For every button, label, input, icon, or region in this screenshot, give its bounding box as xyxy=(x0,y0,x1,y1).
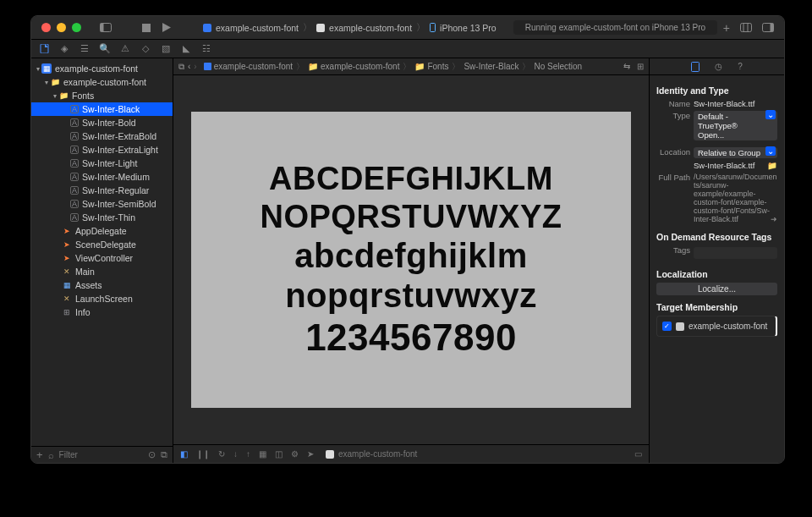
issue-navigator-icon[interactable]: ⚠ xyxy=(119,43,131,54)
tags-field[interactable] xyxy=(694,247,777,259)
font-file-icon: A xyxy=(70,200,79,208)
tree-file-row[interactable]: ➤AppDelegate xyxy=(31,224,173,238)
project-navigator: ▾▦example-custom-font ▾📁example-custom-f… xyxy=(31,58,173,463)
adjust-editor-icon[interactable]: ⊞ xyxy=(637,62,644,71)
target-app-icon xyxy=(316,24,325,32)
tree-file-row[interactable]: ➤SceneDelegate xyxy=(31,238,173,251)
font-file-icon: A xyxy=(70,146,79,154)
back-button[interactable]: ‹ xyxy=(188,62,190,71)
location-icon[interactable]: ➤ xyxy=(307,449,314,459)
step-into-icon[interactable]: ↓ xyxy=(233,449,238,459)
library-icon[interactable] xyxy=(740,23,752,32)
app-icon xyxy=(203,24,211,32)
file-inspector-tab-icon[interactable] xyxy=(691,62,700,72)
sidebar-left-icon[interactable] xyxy=(100,23,112,32)
navigator-toggle-group xyxy=(100,23,112,32)
target-checkbox[interactable]: ✓ xyxy=(662,322,672,331)
minimize-window[interactable] xyxy=(57,23,66,32)
debug-navigator-icon[interactable]: ▧ xyxy=(160,43,172,54)
swift-file-icon: ➤ xyxy=(62,226,72,236)
svg-rect-4 xyxy=(431,24,436,32)
file-tree[interactable]: ▾▦example-custom-font ▾📁example-custom-f… xyxy=(31,58,173,446)
sidebar-right-icon[interactable] xyxy=(762,23,774,32)
file-type-select[interactable]: Default - TrueType® Open... xyxy=(694,111,777,140)
stop-button[interactable] xyxy=(142,24,151,32)
swift-file-icon: ➤ xyxy=(62,253,72,263)
help-inspector-tab-icon[interactable]: ? xyxy=(738,62,743,71)
identity-section-header: Identity and Type xyxy=(656,85,777,96)
run-button[interactable] xyxy=(162,23,171,32)
plus-icon[interactable]: + xyxy=(723,21,730,35)
font-file-icon: A xyxy=(70,173,79,181)
tree-font-row[interactable]: ASw-Inter-Regular xyxy=(31,184,173,197)
step-over-icon[interactable]: ↻ xyxy=(218,449,225,459)
environment-overrides-icon[interactable]: ⚙ xyxy=(291,449,299,459)
close-window[interactable] xyxy=(41,23,51,32)
tree-font-row[interactable]: ASw-Inter-SemiBold xyxy=(31,197,173,211)
tree-font-row[interactable]: ASw-Inter-Light xyxy=(31,157,173,170)
memory-graph-icon[interactable]: ◫ xyxy=(275,449,283,459)
navigator-selector-bar: ◈ ☰ 🔍 ⚠ ◇ ▧ ◣ ☷ xyxy=(31,40,784,58)
story-file-icon: ✕ xyxy=(62,267,72,277)
tree-fonts-folder-row[interactable]: ▾📁Fonts xyxy=(31,89,173,102)
tree-font-row[interactable]: ASw-Inter-Bold xyxy=(31,116,173,129)
debug-console-toggle-icon[interactable]: ▭ xyxy=(634,449,642,459)
tree-project-row[interactable]: ▾▦example-custom-font xyxy=(31,62,173,75)
reveal-in-finder-icon[interactable]: ➜ xyxy=(771,215,777,223)
source-control-navigator-icon[interactable]: ◈ xyxy=(58,43,70,54)
add-files-button[interactable]: + xyxy=(36,448,43,461)
file-name-field[interactable]: Sw-Inter-Black.ttf xyxy=(694,99,777,108)
test-navigator-icon[interactable]: ◇ xyxy=(140,43,151,54)
pause-button[interactable]: ❙❙ xyxy=(196,449,210,459)
breakpoints-toggle-icon[interactable]: ◧ xyxy=(180,449,188,459)
debug-view-icon[interactable]: ▦ xyxy=(259,449,266,459)
find-navigator-icon[interactable]: 🔍 xyxy=(99,43,111,54)
forward-button[interactable]: › xyxy=(194,62,196,71)
tree-font-row[interactable]: ASw-Inter-ExtraLight xyxy=(31,143,173,157)
tree-font-row[interactable]: ASw-Inter-Medium xyxy=(31,170,173,184)
tree-file-row[interactable]: ▦Assets xyxy=(31,278,173,292)
font-file-icon: A xyxy=(70,132,79,140)
story-file-icon: ✕ xyxy=(62,294,72,304)
svg-rect-10 xyxy=(41,44,48,53)
localization-section-header: Localization xyxy=(656,269,777,279)
choose-location-icon[interactable]: 📁 xyxy=(767,161,777,170)
step-out-icon[interactable]: ↑ xyxy=(246,449,250,459)
tree-font-row[interactable]: ASw-Inter-Thin xyxy=(31,211,173,224)
project-navigator-icon[interactable] xyxy=(38,44,50,53)
tree-font-row[interactable]: ASw-Inter-ExtraBold xyxy=(31,129,173,143)
symbol-navigator-icon[interactable]: ☰ xyxy=(79,43,91,54)
location-select[interactable]: Relative to Group xyxy=(694,147,777,158)
tree-file-row[interactable]: ⊞Info xyxy=(31,305,173,319)
activity-status: Running example-custom-font on iPhone 13… xyxy=(513,20,717,35)
history-inspector-tab-icon[interactable]: ◷ xyxy=(715,62,722,71)
tree-group-row[interactable]: ▾📁example-custom-font xyxy=(31,75,173,89)
font-file-icon: A xyxy=(70,213,79,222)
related-items-icon[interactable]: ⧉ xyxy=(178,62,184,72)
target-app-icon xyxy=(676,322,684,331)
xcode-window: example-custom-font 〉 example-custom-fon… xyxy=(30,15,785,464)
recent-icon[interactable]: ⊙ xyxy=(148,449,156,460)
font-file-icon: A xyxy=(70,118,79,127)
scheme-selector[interactable]: example-custom-font 〉 example-custom-fon… xyxy=(195,19,505,36)
debug-bar: ◧ ❙❙ ↻ ↓ ↑ ▦ ◫ ⚙ ➤ example-custom-font ▭ xyxy=(173,444,649,463)
process-selector[interactable]: example-custom-font xyxy=(326,449,417,459)
filter-input[interactable] xyxy=(59,450,127,459)
localize-button[interactable]: Localize... xyxy=(656,283,777,295)
font-file-icon: A xyxy=(70,159,79,168)
tree-file-row[interactable]: ✕LaunchScreen xyxy=(31,292,173,305)
tree-file-row[interactable]: ✕Main xyxy=(31,265,173,278)
jump-bar[interactable]: ⧉ ‹ › example-custom-font 〉 📁example-cus… xyxy=(173,58,649,75)
inspector-panel: ◷ ? Identity and Type NameSw-Inter-Black… xyxy=(649,58,784,463)
breakpoint-navigator-icon[interactable]: ◣ xyxy=(180,43,192,54)
scm-filter-icon[interactable]: ⧉ xyxy=(161,449,167,460)
tree-file-row[interactable]: ➤ViewController xyxy=(31,251,173,265)
report-navigator-icon[interactable]: ☷ xyxy=(200,43,212,54)
zoom-window[interactable] xyxy=(72,23,81,32)
tree-font-row[interactable]: ASw-Inter-Black xyxy=(31,102,173,116)
editor-options-icon[interactable]: ⇆ xyxy=(623,62,630,71)
run-controls xyxy=(142,23,171,32)
swift-file-icon: ➤ xyxy=(62,239,72,250)
iphone-icon xyxy=(430,23,436,32)
preview-line-2: NOPQRSTUVWXYZ xyxy=(261,199,562,235)
